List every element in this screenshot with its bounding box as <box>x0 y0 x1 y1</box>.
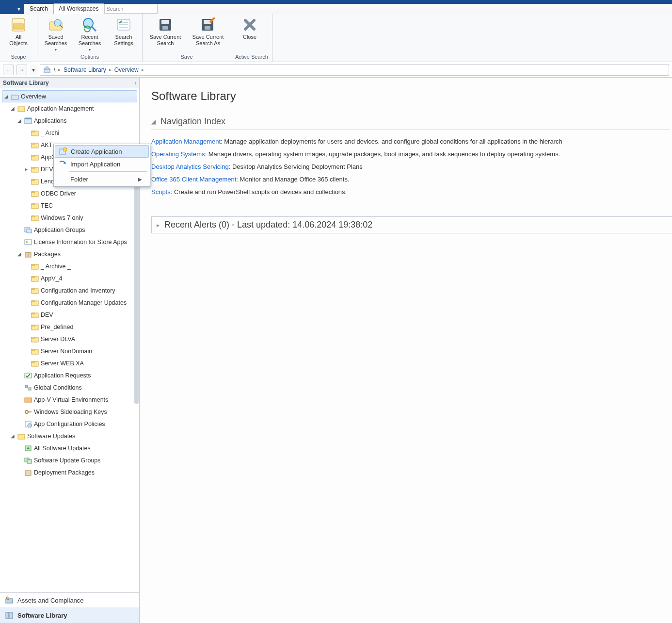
search-input-top[interactable]: Search <box>104 4 158 14</box>
tree-packages[interactable]: ◢ Packages <box>0 248 139 260</box>
ctx-create-application[interactable]: Create Application <box>55 145 149 158</box>
tree-folder-item[interactable]: Windows 7 only <box>0 212 139 224</box>
svg-marker-52 <box>32 277 35 278</box>
tree-software-updates[interactable]: ◢ Software Updates <box>0 430 139 442</box>
nav-pane-title: Software Library <box>3 80 49 86</box>
tree-folder-item[interactable]: Server DLVA <box>0 333 139 345</box>
expander-icon[interactable]: ◢ <box>16 118 22 123</box>
content-pane: Software Library ◢ Navigation Index Appl… <box>140 78 672 623</box>
nav-index-text: Manage drivers, operating system images,… <box>207 150 560 158</box>
expander-icon[interactable]: ▸ <box>23 166 29 172</box>
tree-deployment-packages[interactable]: Deployment Packages <box>0 466 139 478</box>
tab-all-workspaces[interactable]: All Workspaces <box>53 3 104 14</box>
save-current-search-button[interactable]: Save Current Search <box>146 16 184 47</box>
close-button[interactable]: Close <box>235 16 264 40</box>
ribbon-group-label-save: Save <box>146 53 227 61</box>
nav-back-button[interactable]: ← <box>3 65 14 75</box>
bc-overview[interactable]: Overview <box>114 66 139 73</box>
nav-index-link[interactable]: Scripts: <box>151 188 172 196</box>
tree-label: Applications <box>34 117 66 124</box>
app-menu-button[interactable]: ▼ <box>0 3 24 14</box>
expander-icon[interactable]: ◢ <box>10 433 16 439</box>
tree-label: Software Update Groups <box>34 457 101 464</box>
tree-label: License Information for Store Apps <box>34 239 127 246</box>
create-application-icon <box>58 147 68 156</box>
tree-folder-item[interactable]: Configuration Manager Updates <box>0 296 139 309</box>
tree-sideloading-keys[interactable]: Windows Sideloading Keys <box>0 406 139 418</box>
scrollbar-thumb[interactable] <box>134 151 139 404</box>
tree-app-config-policies[interactable]: App Configuration Policies <box>0 418 139 430</box>
tree-label: ODBC Driver <box>41 190 76 197</box>
tree-folder-item[interactable]: ODBC Driver <box>0 187 139 199</box>
svg-rect-83 <box>6 612 9 619</box>
search-settings-label: Search Settings <box>114 34 133 47</box>
tree-folder-item[interactable]: _ Archive _ <box>0 260 139 272</box>
folder-icon <box>31 347 39 355</box>
expander-icon[interactable]: ◢ <box>10 106 16 111</box>
save-current-search-as-button[interactable]: Save Current Search As <box>189 16 227 47</box>
folder-icon <box>31 202 39 210</box>
nav-index-header[interactable]: ◢ Navigation Index <box>151 116 670 130</box>
tree-folder-item[interactable]: Pre_defined <box>0 321 139 333</box>
tree-application-management[interactable]: ◢ Application Management <box>0 102 139 115</box>
tree-folder-item[interactable]: Configuration and Inventory <box>0 284 139 296</box>
tree-all-software-updates[interactable]: All Software Updates <box>0 442 139 454</box>
folder-icon <box>17 105 25 113</box>
tree-label: Server WEB.XA <box>41 360 84 367</box>
tree-software-update-groups[interactable]: Software Update Groups <box>0 454 139 466</box>
tab-search[interactable]: Search <box>24 3 53 14</box>
expander-icon[interactable]: ◢ <box>3 94 9 99</box>
nav-index-link[interactable]: Office 365 Client Management: <box>151 176 238 183</box>
nav-index-text: Desktop Analytics Servicing Deployment P… <box>230 163 362 170</box>
tree-appv-env[interactable]: App-V Virtual Environments <box>0 393 139 406</box>
context-menu: Create Application Import Application Fo… <box>53 144 150 187</box>
workspace-assets[interactable]: Assets and Compliance <box>0 593 139 608</box>
svg-marker-58 <box>32 313 35 314</box>
ctx-folder[interactable]: Folder ▶ <box>55 173 149 185</box>
tree-global-conditions[interactable]: Global Conditions <box>0 381 139 393</box>
tree-application-groups[interactable]: Application Groups <box>0 224 139 236</box>
recent-alerts-header[interactable]: ▸ Recent Alerts (0) - Last updated: 14.0… <box>151 216 672 233</box>
tree-applications[interactable]: ◢ Applications <box>0 115 139 127</box>
recent-searches-button[interactable]: Recent Searches ▾ <box>75 16 104 53</box>
nav-index-link[interactable]: Application Management: <box>151 138 223 145</box>
workspace-software-library[interactable]: Software Library <box>0 608 139 623</box>
caret-down-icon: ▾ <box>55 47 57 53</box>
nav-index-link[interactable]: Desktop Analytics Servicing: <box>151 163 230 170</box>
collapse-pane-button[interactable]: ‹ <box>134 80 136 86</box>
nav-history-button[interactable]: ▾ <box>30 65 37 75</box>
expander-icon[interactable]: ◢ <box>16 251 22 257</box>
tree-folder-item[interactable]: DEV <box>0 309 139 321</box>
svg-rect-80 <box>25 471 31 475</box>
recent-searches-label: Recent Searches <box>79 34 101 47</box>
tree-folder-item[interactable]: _ Archi <box>0 127 139 139</box>
svg-rect-13 <box>161 20 169 24</box>
ctx-import-application[interactable]: Import Application <box>55 158 149 170</box>
tree-application-requests[interactable]: Application Requests <box>0 369 139 381</box>
folder-icon <box>31 360 39 367</box>
saved-searches-button[interactable]: Saved Searches ▾ <box>41 16 70 53</box>
nav-index-link[interactable]: Operating Systems: <box>151 150 207 158</box>
nav-forward-button[interactable]: → <box>16 65 27 75</box>
tree-folder-item[interactable]: Server WEB.XA <box>0 357 139 369</box>
search-settings-button[interactable]: Search Settings <box>109 16 138 47</box>
tree-label: DEV <box>41 312 53 318</box>
tree-overview[interactable]: ◢ Overview <box>2 90 137 102</box>
tree-license-info[interactable]: License Information for Store Apps <box>0 236 139 248</box>
svg-point-82 <box>6 597 9 600</box>
svg-marker-34 <box>32 167 35 168</box>
all-objects-button[interactable]: All Objects <box>4 16 33 47</box>
tree-folder-item[interactable]: TEC <box>0 199 139 212</box>
tree-folder-item[interactable]: AppV_4 <box>0 272 139 284</box>
workspace-buttons: Assets and Compliance Software Library <box>0 592 139 623</box>
package-icon <box>24 469 32 476</box>
save-current-as-label: Save Current Search As <box>192 34 224 47</box>
bc-software-library[interactable]: Software Library <box>64 66 106 73</box>
bc-root: \ <box>54 66 55 73</box>
breadcrumb[interactable]: \ ▸ Software Library ▸ Overview ▸ <box>40 64 669 76</box>
svg-rect-75 <box>18 434 25 439</box>
nav-index-line: Desktop Analytics Servicing: Desktop Ana… <box>151 162 672 172</box>
all-objects-icon <box>10 16 27 33</box>
folder-icon <box>17 432 25 440</box>
tree-folder-item[interactable]: Server NonDomain <box>0 345 139 357</box>
